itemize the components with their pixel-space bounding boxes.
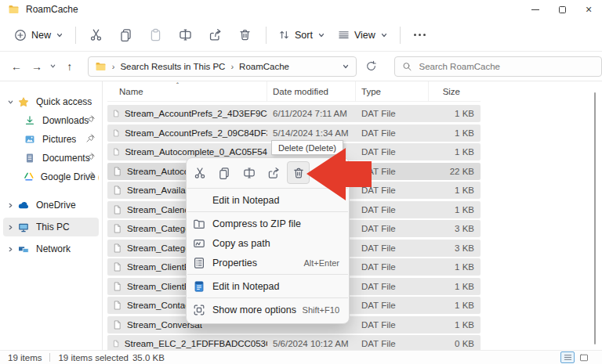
new-button[interactable]: New [8,23,70,48]
search-input[interactable] [419,62,594,71]
sidebar-item-network[interactable]: Network [3,240,99,258]
column-header-name[interactable]: Name [107,81,267,101]
file-size: 22 KB [429,167,481,176]
recent-locations-button[interactable] [47,56,60,77]
sidebar-item-documents[interactable]: Documents [3,149,99,168]
forward-button[interactable]: → [27,56,47,77]
file-size: 1 KB [429,282,481,291]
menu-item-properties[interactable]: Properties Alt+Enter [187,253,349,272]
file-icon [112,146,120,157]
address-dropdown-button[interactable] [342,63,350,70]
cut-icon [89,28,103,41]
file-size: 1 KB [429,147,481,157]
folder-icon [8,4,20,15]
close-button[interactable]: × [575,0,602,19]
sort-icon [278,29,290,41]
sidebar-item-onedrive[interactable]: OneDrive [3,196,99,214]
sidebar-item-this-pc[interactable]: This PC [3,218,99,236]
column-header-type[interactable]: Type [356,81,429,101]
breadcrumb-item-roamcache[interactable]: RoamCache [239,62,289,71]
sidebar-item-downloads[interactable]: Downloads [3,111,99,130]
view-button[interactable]: View [332,23,394,48]
sort-button[interactable]: Sort [272,23,332,48]
sidebar-item-label: Downloads [42,115,89,126]
share-icon [267,167,280,179]
pin-icon [85,133,96,143]
file-type: DAT File [356,205,429,214]
menu-item-compress-to-zip[interactable]: Compress to ZIP file [187,214,349,233]
sidebar-item-label: OneDrive [36,200,76,211]
file-icon [112,223,122,234]
pin-icon [85,171,96,181]
copy-menu-button[interactable] [213,161,236,184]
delete-button[interactable] [230,23,259,48]
column-header-date-modified[interactable]: Date modified [267,81,356,101]
sort-ascending-caret: ˆ [176,81,179,89]
table-row[interactable]: Stream_AccountPrefs_2_09C84DF3B87ED... 5… [107,124,481,142]
zip-folder-icon [193,218,205,230]
chevron-down-icon [317,31,325,39]
paste-icon [149,28,162,41]
sidebar-item-label: Network [36,243,71,254]
paste-button[interactable] [141,23,169,48]
details-view-toggle[interactable] [560,351,575,363]
status-divider [49,353,50,362]
file-size: 1 KB [429,128,481,138]
rename-icon [243,167,256,179]
file-size: 1 KB [429,262,481,272]
up-button[interactable]: ↑ [60,56,80,77]
breadcrumb-item-search-results[interactable]: Search Results in This PC [120,62,225,71]
rename-button[interactable] [171,23,199,48]
share-button[interactable] [201,23,229,48]
delete-icon [292,167,305,179]
see-more-button[interactable] [406,23,434,48]
chevron-down-icon [342,63,350,70]
refresh-button[interactable] [361,56,382,77]
table-row[interactable]: Stream_ELC_2_1FDFFBADCC053C4CB3EA... 5/6… [107,335,481,350]
back-button[interactable]: ← [6,56,27,77]
folder-icon [95,61,107,72]
vertical-scrollbar[interactable] [594,92,597,344]
file-size: 1 KB [429,109,481,118]
maximize-button[interactable] [549,0,575,19]
sidebar-item-pictures[interactable]: Pictures [3,130,99,149]
window-title: RoamCache [26,4,78,15]
file-icon [112,166,122,177]
sidebar-item-quick-access[interactable]: Quick access [3,92,99,111]
large-icons-view-toggle[interactable] [577,351,591,363]
menu-item-copy-as-path[interactable]: Copy as path [187,233,349,253]
sidebar-item-google-drive[interactable]: Google Drive (G [3,168,99,186]
menu-item-edit-in-notepad[interactable]: Edit in Notepad [187,276,349,296]
menu-item-label: Edit in Notepad [212,195,279,206]
menu-item-show-more-options[interactable]: Show more options Shift+F10 [187,300,349,319]
selection-summary: 19 items selected [58,353,129,362]
column-header-size[interactable]: Size [429,81,481,101]
address-bar: ← → ↑ › Search Results in This PC › Roam… [0,52,602,81]
minimize-button[interactable] [522,0,549,19]
file-name: Stream_Autocomplete_0_AC05F54E070B... [125,147,267,157]
rename-menu-button[interactable] [238,161,260,184]
copy-button[interactable] [111,23,140,48]
file-size: 1 KB [429,205,481,214]
toolbar-separator [400,27,401,44]
file-icon [112,204,122,215]
cut-button[interactable] [82,23,110,48]
item-count: 19 items [8,353,42,362]
rename-icon [179,28,192,41]
breadcrumb-chevron: › [112,62,115,71]
file-type: DAT File [356,128,429,138]
menu-item-shortcut: Shift+F10 [303,305,339,315]
file-icon [112,300,122,311]
file-name: Stream_AccountPrefs_2_4D3EF9C4AC8C0... [125,109,267,118]
file-type: DAT File [356,262,429,272]
share-menu-button[interactable] [263,161,285,184]
table-row[interactable]: Stream_AccountPrefs_2_4D3EF9C4AC8C0... 6… [107,105,481,122]
view-button-label: View [354,30,375,41]
view-icon [338,29,350,41]
network-icon [17,243,30,255]
file-icon [112,108,120,119]
minimize-icon [531,9,539,10]
cut-menu-button[interactable] [188,161,211,184]
chevron-down-icon [3,99,17,106]
breadcrumb: › Search Results in This PC › RoamCache [88,56,357,77]
